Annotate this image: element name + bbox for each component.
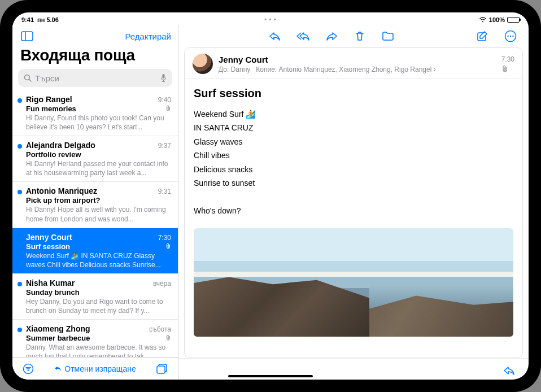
svg-rect-10 — [157, 366, 165, 373]
msg-subject: Surf session — [26, 242, 70, 251]
msg-snippet: Hey Danny, Do you and Rigo want to come … — [26, 297, 171, 315]
msg-subject: Portfolio review — [26, 150, 81, 159]
undo-send-label: Отмени изпращане — [64, 364, 136, 373]
msg-subject: Fun memories — [26, 104, 76, 113]
message-item[interactable]: Nisha KumarвчераSunday brunchHey Danny, … — [12, 274, 178, 320]
quick-reply-icon[interactable] — [501, 363, 517, 378]
body-line: Glassy waves — [194, 136, 513, 148]
sidebar-bottom-bar: Отмени изпращане — [12, 357, 178, 380]
msg-subject: Summer barbecue — [26, 334, 90, 342]
sender-avatar[interactable] — [193, 54, 213, 74]
sidebar-toggle-icon[interactable] — [19, 28, 35, 44]
message-toolbar — [178, 25, 529, 47]
detail-sender: Jenny Court — [219, 55, 496, 64]
message-card: Jenny Court До: Danny Копие: Antonio Man… — [184, 47, 523, 358]
body-line: Who's down? — [194, 204, 513, 217]
battery-pct: 100% — [489, 16, 505, 23]
svg-rect-0 — [21, 32, 33, 41]
body-line — [194, 190, 513, 203]
reply-all-icon[interactable] — [295, 28, 311, 44]
attachment-icon — [165, 334, 171, 341]
chevron-right-icon: › — [434, 66, 436, 73]
body-line: Sunrise to sunset — [194, 177, 513, 189]
msg-snippet: Danny, What an awesome barbecue. It was … — [26, 343, 171, 357]
msg-sender: Rigo Rangel — [26, 95, 72, 104]
more-icon[interactable] — [503, 28, 518, 44]
attachment-icon — [165, 243, 171, 250]
edit-button[interactable]: Редактирай — [125, 32, 172, 41]
mic-icon[interactable] — [160, 73, 167, 82]
detail-subject: Surf session — [185, 79, 522, 104]
search-input[interactable] — [35, 73, 157, 83]
msg-time: вчера — [153, 280, 171, 288]
msg-subject: Sunday brunch — [26, 288, 80, 297]
svg-point-15 — [512, 36, 513, 37]
msg-sender: Antonio Manriquez — [26, 186, 97, 195]
battery-icon — [507, 17, 520, 23]
message-item[interactable]: Alejandra Delgado9:37Portfolio reviewHi … — [12, 136, 178, 182]
body-line: Chill vibes — [194, 149, 513, 162]
msg-time: 9:31 — [158, 188, 171, 195]
inbox-title: Входяща поща — [12, 46, 178, 69]
unread-dot — [18, 282, 22, 286]
msg-sender: Alejandra Delgado — [26, 141, 95, 150]
wifi-icon — [479, 17, 487, 23]
unread-dot — [18, 328, 22, 332]
search-field[interactable] — [18, 69, 172, 87]
new-window-icon[interactable] — [154, 361, 170, 377]
message-item[interactable]: Antonio Manriquez9:31Pick up from airpor… — [12, 182, 178, 228]
home-indicator[interactable] — [228, 375, 313, 377]
msg-sender: Nisha Kumar — [26, 278, 75, 288]
reply-icon[interactable] — [267, 28, 283, 44]
status-date: пн 5.06 — [37, 16, 59, 23]
attached-image[interactable] — [194, 228, 513, 337]
attachment-icon — [165, 105, 171, 112]
body-line: Delicious snacks — [194, 163, 513, 176]
mailbox-sidebar: Редактирай Входяща поща Rigo Rangel9:40F… — [12, 25, 178, 380]
body-line: Weekend Surf 🏄 — [194, 108, 513, 120]
msg-snippet: Hi Danny, Found this photo you took! Can… — [26, 114, 171, 131]
svg-point-13 — [507, 36, 508, 37]
svg-point-14 — [510, 36, 511, 37]
msg-sender: Jenny Court — [26, 233, 72, 242]
msg-subject: Pick up from airport? — [26, 196, 100, 204]
svg-rect-4 — [163, 74, 165, 79]
unread-dot — [18, 98, 22, 103]
msg-time: 9:37 — [158, 142, 171, 150]
msg-time: 7:30 — [158, 234, 171, 242]
trash-icon[interactable] — [352, 28, 368, 44]
unread-dot — [18, 190, 22, 194]
msg-time: 9:40 — [158, 96, 171, 104]
status-bar: 9:41 пн 5.06 • • • 100% — [12, 12, 529, 25]
filter-icon[interactable] — [20, 361, 36, 377]
msg-snippet: Weekend Surf 🏄 IN SANTA CRUZ Glassy wave… — [26, 251, 171, 269]
search-icon — [24, 74, 32, 82]
msg-snippet: Hi Danny! Hope all is well with you. I'm… — [26, 205, 171, 223]
compose-icon[interactable] — [474, 28, 490, 44]
msg-sender: Xiaomeng Zhong — [26, 324, 90, 333]
detail-recipients[interactable]: До: Danny Копие: Antonio Manriquez, Xiao… — [219, 66, 496, 73]
body-line: IN SANTA CRUZ — [194, 121, 513, 134]
attachment-icon — [501, 65, 514, 73]
multitask-dots[interactable]: • • • — [264, 16, 276, 23]
msg-snippet: Hi Danny! Herland passed me your contact… — [26, 159, 171, 177]
message-detail-pane: Jenny Court До: Danny Копие: Antonio Man… — [178, 25, 529, 380]
move-folder-icon[interactable] — [380, 28, 396, 44]
msg-time: събота — [149, 325, 171, 333]
message-header[interactable]: Jenny Court До: Danny Копие: Antonio Man… — [185, 48, 522, 79]
message-list[interactable]: Rigo Rangel9:40Fun memoriesHi Danny, Fou… — [12, 90, 178, 357]
unread-dot — [18, 144, 22, 149]
message-item[interactable]: Jenny Court7:30Surf sessionWeekend Surf … — [12, 228, 178, 274]
detail-time: 7:30 — [501, 55, 514, 63]
forward-icon[interactable] — [324, 28, 339, 44]
message-item[interactable]: Xiaomeng ZhongсъботаSummer barbecueDanny… — [12, 320, 178, 357]
svg-line-3 — [29, 80, 32, 82]
message-body: Weekend Surf 🏄IN SANTA CRUZGlassy wavesC… — [185, 104, 522, 224]
undo-send-button[interactable]: Отмени изпращане — [54, 364, 136, 373]
message-item[interactable]: Rigo Rangel9:40Fun memoriesHi Danny, Fou… — [12, 90, 178, 136]
status-time: 9:41 — [21, 16, 34, 23]
